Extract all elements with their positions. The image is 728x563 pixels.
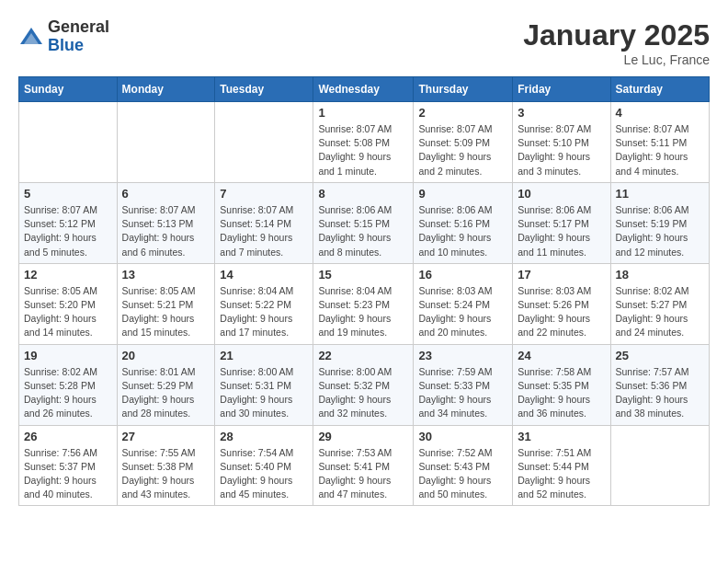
calendar-cell: 27Sunrise: 7:55 AMSunset: 5:38 PMDayligh…	[117, 425, 215, 506]
calendar-cell: 24Sunrise: 7:58 AMSunset: 5:35 PMDayligh…	[513, 344, 610, 425]
day-info: Sunrise: 7:57 AMSunset: 5:36 PMDaylight:…	[616, 365, 705, 421]
header-wednesday: Wednesday	[313, 77, 414, 102]
calendar-cell: 13Sunrise: 8:05 AMSunset: 5:21 PMDayligh…	[117, 263, 215, 344]
calendar-table: SundayMondayTuesdayWednesdayThursdayFrid…	[18, 76, 710, 506]
day-number: 23	[418, 349, 507, 362]
calendar-cell: 19Sunrise: 8:02 AMSunset: 5:28 PMDayligh…	[19, 344, 118, 425]
day-number: 24	[518, 349, 605, 362]
day-number: 25	[616, 349, 705, 362]
day-number: 6	[122, 187, 210, 201]
calendar-cell: 4Sunrise: 8:07 AMSunset: 5:11 PMDaylight…	[610, 102, 710, 183]
header-thursday: Thursday	[414, 77, 513, 102]
calendar-cell: 3Sunrise: 8:07 AMSunset: 5:10 PMDaylight…	[513, 102, 610, 183]
day-number: 8	[318, 187, 408, 201]
logo-blue: Blue	[48, 37, 109, 55]
day-number: 26	[24, 430, 112, 443]
day-number: 10	[518, 187, 605, 201]
header-row: SundayMondayTuesdayWednesdayThursdayFrid…	[19, 77, 710, 102]
day-info: Sunrise: 8:07 AMSunset: 5:14 PMDaylight:…	[220, 203, 308, 259]
day-info: Sunrise: 8:04 AMSunset: 5:23 PMDaylight:…	[318, 284, 408, 340]
day-number: 29	[318, 430, 408, 443]
day-info: Sunrise: 8:06 AMSunset: 5:17 PMDaylight:…	[518, 203, 605, 259]
day-info: Sunrise: 7:53 AMSunset: 5:41 PMDaylight:…	[318, 446, 408, 502]
day-number: 31	[518, 430, 605, 443]
day-info: Sunrise: 8:00 AMSunset: 5:32 PMDaylight:…	[318, 365, 408, 421]
calendar-cell: 31Sunrise: 7:51 AMSunset: 5:44 PMDayligh…	[513, 425, 610, 506]
logo-icon	[18, 24, 44, 50]
day-number: 20	[122, 349, 210, 362]
day-info: Sunrise: 7:58 AMSunset: 5:35 PMDaylight:…	[518, 365, 605, 421]
month-title: January 2025	[523, 18, 710, 52]
title-block: January 2025 Le Luc, France	[523, 18, 710, 67]
day-number: 27	[122, 430, 210, 443]
day-number: 14	[220, 268, 308, 282]
day-info: Sunrise: 7:51 AMSunset: 5:44 PMDaylight:…	[518, 446, 605, 502]
logo: General Blue	[18, 18, 109, 55]
week-row-3: 19Sunrise: 8:02 AMSunset: 5:28 PMDayligh…	[19, 344, 710, 425]
calendar-cell	[117, 102, 215, 183]
calendar-body: 1Sunrise: 8:07 AMSunset: 5:08 PMDaylight…	[19, 102, 710, 506]
calendar-cell: 21Sunrise: 8:00 AMSunset: 5:31 PMDayligh…	[215, 344, 313, 425]
day-number: 21	[220, 349, 308, 362]
day-number: 12	[24, 268, 112, 282]
calendar-cell: 15Sunrise: 8:04 AMSunset: 5:23 PMDayligh…	[313, 263, 414, 344]
calendar-cell: 28Sunrise: 7:54 AMSunset: 5:40 PMDayligh…	[215, 425, 313, 506]
day-number: 4	[616, 106, 705, 120]
day-info: Sunrise: 8:07 AMSunset: 5:13 PMDaylight:…	[122, 203, 210, 259]
day-info: Sunrise: 8:05 AMSunset: 5:21 PMDaylight:…	[122, 284, 210, 340]
day-number: 22	[318, 349, 408, 362]
header-tuesday: Tuesday	[215, 77, 313, 102]
calendar-cell: 8Sunrise: 8:06 AMSunset: 5:15 PMDaylight…	[313, 182, 414, 263]
day-info: Sunrise: 8:07 AMSunset: 5:09 PMDaylight:…	[418, 122, 507, 178]
day-info: Sunrise: 7:56 AMSunset: 5:37 PMDaylight:…	[24, 446, 112, 502]
week-row-2: 12Sunrise: 8:05 AMSunset: 5:20 PMDayligh…	[19, 263, 710, 344]
calendar-cell: 14Sunrise: 8:04 AMSunset: 5:22 PMDayligh…	[215, 263, 313, 344]
logo-general: General	[48, 18, 109, 37]
calendar-cell: 9Sunrise: 8:06 AMSunset: 5:16 PMDaylight…	[414, 182, 513, 263]
location: Le Luc, France	[523, 52, 710, 67]
day-info: Sunrise: 8:07 AMSunset: 5:08 PMDaylight:…	[318, 122, 408, 178]
calendar-cell: 1Sunrise: 8:07 AMSunset: 5:08 PMDaylight…	[313, 102, 414, 183]
calendar-cell: 22Sunrise: 8:00 AMSunset: 5:32 PMDayligh…	[313, 344, 414, 425]
day-info: Sunrise: 8:06 AMSunset: 5:15 PMDaylight:…	[318, 203, 408, 259]
day-number: 5	[24, 187, 112, 201]
calendar-cell: 17Sunrise: 8:03 AMSunset: 5:26 PMDayligh…	[513, 263, 610, 344]
day-info: Sunrise: 8:01 AMSunset: 5:29 PMDaylight:…	[122, 365, 210, 421]
day-number: 15	[318, 268, 408, 282]
calendar-cell: 30Sunrise: 7:52 AMSunset: 5:43 PMDayligh…	[414, 425, 513, 506]
day-info: Sunrise: 8:05 AMSunset: 5:20 PMDaylight:…	[24, 284, 112, 340]
day-number: 28	[220, 430, 308, 443]
calendar-cell: 26Sunrise: 7:56 AMSunset: 5:37 PMDayligh…	[19, 425, 118, 506]
calendar-cell: 7Sunrise: 8:07 AMSunset: 5:14 PMDaylight…	[215, 182, 313, 263]
calendar-cell: 5Sunrise: 8:07 AMSunset: 5:12 PMDaylight…	[19, 182, 118, 263]
calendar-cell: 11Sunrise: 8:06 AMSunset: 5:19 PMDayligh…	[610, 182, 710, 263]
header-saturday: Saturday	[610, 77, 710, 102]
day-info: Sunrise: 7:54 AMSunset: 5:40 PMDaylight:…	[220, 446, 308, 502]
day-number: 18	[616, 268, 705, 282]
day-info: Sunrise: 7:59 AMSunset: 5:33 PMDaylight:…	[418, 365, 507, 421]
day-number: 1	[318, 106, 408, 120]
calendar-cell	[19, 102, 118, 183]
calendar-header: SundayMondayTuesdayWednesdayThursdayFrid…	[19, 77, 710, 102]
day-number: 19	[24, 349, 112, 362]
calendar-cell: 25Sunrise: 7:57 AMSunset: 5:36 PMDayligh…	[610, 344, 710, 425]
day-number: 11	[616, 187, 705, 201]
calendar-cell: 12Sunrise: 8:05 AMSunset: 5:20 PMDayligh…	[19, 263, 118, 344]
week-row-0: 1Sunrise: 8:07 AMSunset: 5:08 PMDaylight…	[19, 102, 710, 183]
day-info: Sunrise: 8:04 AMSunset: 5:22 PMDaylight:…	[220, 284, 308, 340]
page-header: General Blue January 2025 Le Luc, France	[18, 18, 710, 67]
day-number: 7	[220, 187, 308, 201]
day-info: Sunrise: 8:07 AMSunset: 5:12 PMDaylight:…	[24, 203, 112, 259]
day-info: Sunrise: 8:03 AMSunset: 5:24 PMDaylight:…	[418, 284, 507, 340]
day-number: 16	[418, 268, 507, 282]
day-info: Sunrise: 8:07 AMSunset: 5:10 PMDaylight:…	[518, 122, 605, 178]
calendar-cell	[215, 102, 313, 183]
day-number: 3	[518, 106, 605, 120]
day-number: 13	[122, 268, 210, 282]
calendar-cell	[610, 425, 710, 506]
calendar-cell: 23Sunrise: 7:59 AMSunset: 5:33 PMDayligh…	[414, 344, 513, 425]
day-number: 9	[418, 187, 507, 201]
calendar-cell: 20Sunrise: 8:01 AMSunset: 5:29 PMDayligh…	[117, 344, 215, 425]
day-number: 17	[518, 268, 605, 282]
day-number: 30	[418, 430, 507, 443]
